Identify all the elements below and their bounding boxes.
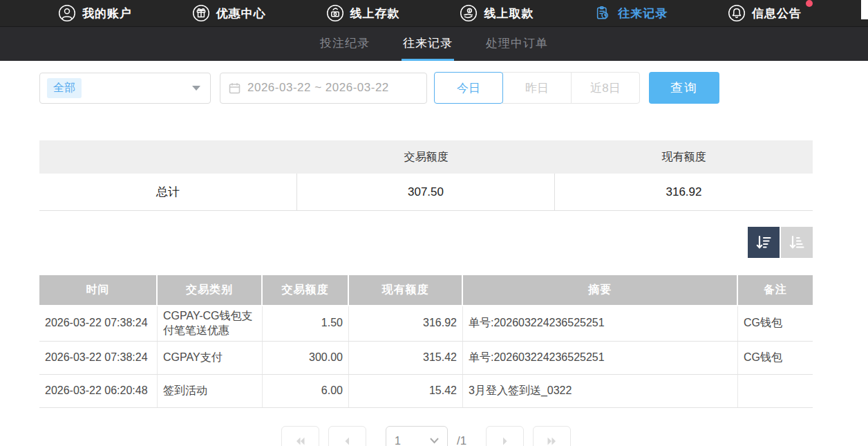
tab-processing-orders[interactable]: 处理中订单: [484, 27, 549, 61]
first-page-button[interactable]: [281, 426, 319, 446]
nav-label: 信息公告: [752, 6, 802, 21]
records-table: 时间 交易类别 交易额度 现有额度 摘要 备注 2026-03-22 07:38…: [39, 275, 813, 408]
cell-amount: 6.00: [263, 375, 349, 407]
nav-item-my-account[interactable]: 我的账户: [58, 4, 132, 22]
today-button[interactable]: 今日: [434, 72, 503, 104]
arrow-right-icon: [498, 434, 512, 446]
sort-descending-button[interactable]: [748, 227, 780, 258]
cell-summary: 单号:202603224236525251: [463, 306, 738, 341]
cell-balance: 315.42: [349, 342, 463, 374]
nav-label: 优惠中心: [216, 6, 266, 21]
quick-date-group: 今日 昨日 近8日: [434, 72, 640, 104]
nav-item-promotions[interactable]: 优惠中心: [192, 4, 266, 22]
cell-remark: CG钱包: [738, 342, 813, 374]
tab-transaction-records[interactable]: 往来记录: [402, 27, 454, 61]
summary-header-balance: 现有额度: [555, 140, 813, 174]
cell-amount: 1.50: [263, 306, 349, 341]
nav-label: 我的账户: [82, 6, 132, 21]
last-8-days-button[interactable]: 近8日: [571, 72, 640, 104]
page-total-label: /1: [457, 434, 466, 446]
nav-label: 往来记录: [618, 6, 668, 21]
col-remark: 备注: [738, 275, 813, 305]
cell-amount: 300.00: [263, 342, 349, 374]
previous-page-button[interactable]: [328, 426, 366, 446]
nav-item-transaction-records[interactable]: 往来记录: [594, 4, 668, 22]
col-summary: 摘要: [463, 275, 738, 305]
top-navigation: 我的账户 优惠中心 线上存款 线上取款 往来记录 信息公告: [0, 0, 868, 26]
withdraw-icon: [460, 4, 478, 22]
user-icon: [58, 4, 76, 22]
date-range-value: 2026-03-22 ~ 2026-03-22: [247, 81, 389, 95]
sort-controls: [39, 227, 813, 258]
last-page-button[interactable]: [533, 426, 571, 446]
cell-summary: 3月登入签到送_0322: [463, 375, 738, 407]
notification-badge: [806, 0, 813, 7]
cell-time: 2026-03-22 07:38:24: [39, 342, 158, 374]
col-balance: 现有额度: [349, 275, 463, 305]
page-select-value: 1: [395, 435, 401, 446]
col-amount: 交易额度: [263, 275, 349, 305]
nav-item-withdraw[interactable]: 线上取款: [460, 4, 534, 22]
cell-type: CGPAY支付: [158, 342, 263, 374]
type-select-value: 全部: [47, 78, 82, 98]
scrollbar-corner: [861, 0, 868, 19]
bell-icon: [728, 4, 746, 22]
col-type: 交易类别: [158, 275, 263, 305]
cell-time: 2026-03-22 07:38:24: [39, 306, 158, 341]
calendar-icon: [229, 82, 240, 94]
query-button[interactable]: 查询: [649, 72, 719, 104]
cell-type: 签到活动: [158, 375, 263, 407]
table-row: 2026-03-22 07:38:24 CGPAY-CG钱包支付笔笔送优惠 1.…: [39, 306, 813, 342]
double-arrow-right-icon: [545, 434, 559, 446]
cell-balance: 15.42: [349, 375, 463, 407]
nav-label: 线上存款: [350, 6, 400, 21]
summary-table: 交易额度 现有额度 总计 307.50 316.92: [39, 140, 813, 211]
nav-item-deposit[interactable]: 线上存款: [326, 4, 400, 22]
deposit-icon: [326, 4, 344, 22]
summary-header-row: 交易额度 现有额度: [39, 140, 813, 174]
pagination: 1 /1: [39, 426, 813, 446]
sort-ascending-icon: [787, 233, 806, 252]
page-select[interactable]: 1: [386, 426, 448, 446]
yesterday-button[interactable]: 昨日: [502, 72, 572, 104]
gift-icon: [192, 4, 210, 22]
cell-summary: 单号:202603224236525251: [463, 342, 738, 374]
col-time: 时间: [39, 275, 158, 305]
chevron-down-icon: [430, 438, 439, 444]
sort-descending-icon: [754, 233, 773, 252]
cell-balance: 316.92: [349, 306, 463, 341]
sort-ascending-button[interactable]: [781, 227, 813, 258]
summary-header-transaction: 交易额度: [297, 140, 555, 174]
cell-remark: CG钱包: [738, 306, 813, 341]
tab-betting-records[interactable]: 投注纪录: [319, 27, 371, 61]
chevron-down-icon: [192, 86, 200, 91]
summary-transaction-total: 307.50: [297, 174, 555, 210]
records-header-row: 时间 交易类别 交易额度 现有额度 摘要 备注: [39, 275, 813, 306]
summary-total-label: 总计: [39, 174, 297, 210]
tab-bar: 投注纪录 往来记录 处理中订单: [0, 26, 868, 61]
cell-type: CGPAY-CG钱包支付笔笔送优惠: [158, 306, 263, 341]
table-row: 2026-03-22 06:20:48 签到活动 6.00 15.42 3月登入…: [39, 375, 813, 408]
summary-header-empty: [39, 140, 297, 174]
table-row: 2026-03-22 07:38:24 CGPAY支付 300.00 315.4…: [39, 342, 813, 375]
arrow-left-icon: [340, 434, 354, 446]
double-arrow-left-icon: [293, 434, 307, 446]
records-icon: [594, 4, 612, 22]
filter-bar: 全部 2026-03-22 ~ 2026-03-22 今日 昨日 近8日 查询: [39, 72, 868, 104]
nav-item-announcements[interactable]: 信息公告: [728, 4, 802, 22]
cell-remark: [738, 375, 813, 407]
date-range-input[interactable]: 2026-03-22 ~ 2026-03-22: [220, 73, 427, 104]
summary-balance-total: 316.92: [555, 174, 813, 210]
nav-label: 线上取款: [484, 6, 534, 21]
summary-total-row: 总计 307.50 316.92: [39, 174, 813, 211]
type-select[interactable]: 全部: [39, 73, 211, 104]
cell-time: 2026-03-22 06:20:48: [39, 375, 158, 407]
next-page-button[interactable]: [486, 426, 524, 446]
